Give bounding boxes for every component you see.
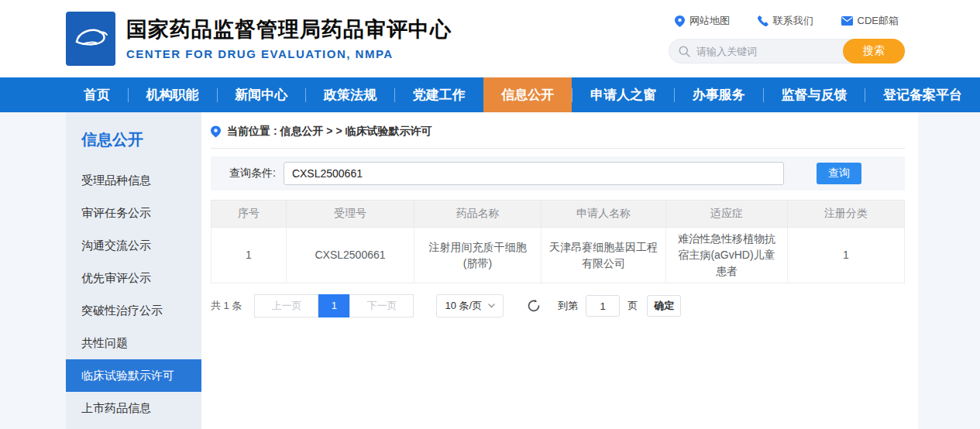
col-header-acceptance-no: 受理号 (287, 201, 414, 228)
sidebar-item-priority-review[interactable]: 优先审评公示 (66, 262, 201, 294)
col-header-drug-name: 药品名称 (414, 201, 542, 228)
nav-item-party-building[interactable]: 党建工作 (395, 77, 483, 112)
location-pin-icon (675, 15, 685, 27)
phone-icon (758, 15, 769, 26)
site-search-input[interactable] (696, 46, 828, 57)
col-header-registration-category: 注册分类 (788, 201, 905, 228)
query-button[interactable]: 查询 (817, 163, 861, 184)
location-pin-icon (211, 125, 221, 138)
breadcrumb: 当前位置 : 信息公开 > > 临床试验默示许可 (211, 120, 905, 149)
sidebar-item-communication[interactable]: 沟通交流公示 (66, 229, 201, 262)
nav-item-applicant-window[interactable]: 申请人之窗 (573, 77, 674, 112)
current-page-button[interactable]: 1 (318, 294, 349, 317)
nav-item-home[interactable]: 首页 (66, 77, 128, 112)
col-header-indication: 适应症 (666, 201, 788, 228)
site-title: 国家药品监督管理局药品审评中心 (126, 17, 452, 42)
mail-icon (841, 16, 853, 26)
nav-item-policies[interactable]: 政策法规 (306, 77, 394, 112)
cde-logo (66, 12, 115, 66)
nav-item-supervision-feedback[interactable]: 监督与反馈 (763, 77, 865, 112)
swan-logo-icon (72, 23, 109, 54)
nav-item-services[interactable]: 办事服务 (675, 77, 763, 112)
cde-mail-link[interactable]: CDE邮箱 (841, 14, 899, 28)
brand: 国家药品监督管理局药品审评中心 CENTER FOR DRUG EVALUATI… (66, 12, 452, 66)
goto-page-label: 到第 (558, 299, 578, 313)
pagination: 共 1 条 上一页 1 下一页 10 条/页 到第 页 确定 (211, 294, 905, 317)
site-header: 国家药品监督管理局药品审评中心 CENTER FOR DRUG EVALUATI… (0, 0, 980, 77)
page-body: 信息公开 受理品种信息 审评任务公示 沟通交流公示 优先审评公示 突破性治疗公示… (0, 112, 980, 429)
results-table: 序号 受理号 药品名称 申请人名称 适应症 注册分类 1 CXSL2500661… (211, 200, 905, 283)
header-right: 网站地图 联系我们 CDE邮箱 搜索 (669, 14, 905, 63)
sidebar-item-common-issues[interactable]: 共性问题 (66, 327, 201, 359)
goto-confirm-button[interactable]: 确定 (647, 295, 681, 317)
cell-applicant: 天津昂赛细胞基因工程有限公司 (542, 228, 666, 283)
sitemap-link[interactable]: 网站地图 (675, 14, 730, 28)
table-row: 1 CXSL2500661 注射用间充质干细胞(脐带) 天津昂赛细胞基因工程有限… (211, 228, 905, 283)
sidebar-item-breakthrough-therapy[interactable]: 突破性治疗公示 (66, 294, 201, 327)
content-container: 信息公开 受理品种信息 审评任务公示 沟通交流公示 优先审评公示 突破性治疗公示… (66, 112, 918, 429)
next-page-button[interactable]: 下一页 (349, 294, 414, 317)
refresh-button[interactable] (527, 299, 541, 313)
contact-link-label: 联系我们 (773, 14, 813, 28)
main-nav: 首页 机构职能 新闻中心 政策法规 党建工作 信息公开 申请人之窗 办事服务 监… (0, 77, 980, 112)
cell-drug-name: 注射用间充质干细胞(脐带) (414, 228, 542, 283)
contact-link[interactable]: 联系我们 (758, 14, 813, 28)
cell-registration-category: 1 (788, 228, 905, 283)
sidebar: 信息公开 受理品种信息 审评任务公示 沟通交流公示 优先审评公示 突破性治疗公示… (66, 112, 201, 429)
prev-page-button[interactable]: 上一页 (254, 294, 318, 317)
sidebar-item-clinical-trial-implied-license[interactable]: 临床试验默示许可 (66, 359, 201, 392)
query-input[interactable] (284, 162, 784, 185)
search-icon (679, 46, 690, 57)
cde-mail-link-label: CDE邮箱 (858, 14, 899, 28)
col-header-applicant: 申请人名称 (542, 201, 666, 228)
nav-item-info-disclosure[interactable]: 信息公开 (483, 77, 572, 112)
col-header-seq: 序号 (211, 201, 287, 228)
site-search-button[interactable]: 搜索 (843, 39, 905, 63)
nav-item-functions[interactable]: 机构职能 (129, 77, 217, 112)
sidebar-title: 信息公开 (66, 129, 201, 150)
query-bar: 查询条件: 查询 (211, 156, 905, 190)
query-label: 查询条件: (229, 166, 276, 180)
sidebar-item-review-tasks[interactable]: 审评任务公示 (66, 197, 201, 229)
sidebar-item-accepted-varieties[interactable]: 受理品种信息 (66, 164, 201, 197)
page-size-select[interactable]: 10 条/页 (436, 294, 504, 317)
pagination-group: 上一页 1 下一页 (254, 294, 414, 317)
site-search: 搜索 (669, 39, 905, 63)
refresh-icon (527, 299, 541, 313)
cell-indication: 难治性急性移植物抗宿主病(aGvHD)儿童患者 (666, 228, 788, 283)
sidebar-item-marketed-drugs[interactable]: 上市药品信息 (66, 392, 201, 424)
site-subtitle: CENTER FOR DRUG EVALUATION, NMPA (126, 47, 452, 60)
goto-page-unit: 页 (628, 299, 638, 313)
chevron-down-icon (488, 304, 495, 308)
nav-item-registration-platform[interactable]: 登记备案平台 (865, 77, 980, 112)
table-header-row: 序号 受理号 药品名称 申请人名称 适应症 注册分类 (211, 201, 905, 228)
nav-item-news[interactable]: 新闻中心 (217, 77, 305, 112)
pagination-total: 共 1 条 (211, 299, 242, 313)
main-content: 当前位置 : 信息公开 > > 临床试验默示许可 查询条件: 查询 序号 受理号… (201, 112, 919, 429)
sitemap-link-label: 网站地图 (689, 14, 730, 28)
cell-acceptance-no: CXSL2500661 (287, 228, 414, 283)
top-links: 网站地图 联系我们 CDE邮箱 (669, 14, 905, 28)
goto-page-input[interactable] (586, 295, 620, 317)
cell-seq: 1 (211, 228, 287, 283)
page-size-value: 10 条/页 (445, 295, 482, 317)
brand-text: 国家药品监督管理局药品审评中心 CENTER FOR DRUG EVALUATI… (126, 17, 452, 60)
breadcrumb-label: 当前位置 : 信息公开 > > 临床试验默示许可 (227, 125, 432, 139)
